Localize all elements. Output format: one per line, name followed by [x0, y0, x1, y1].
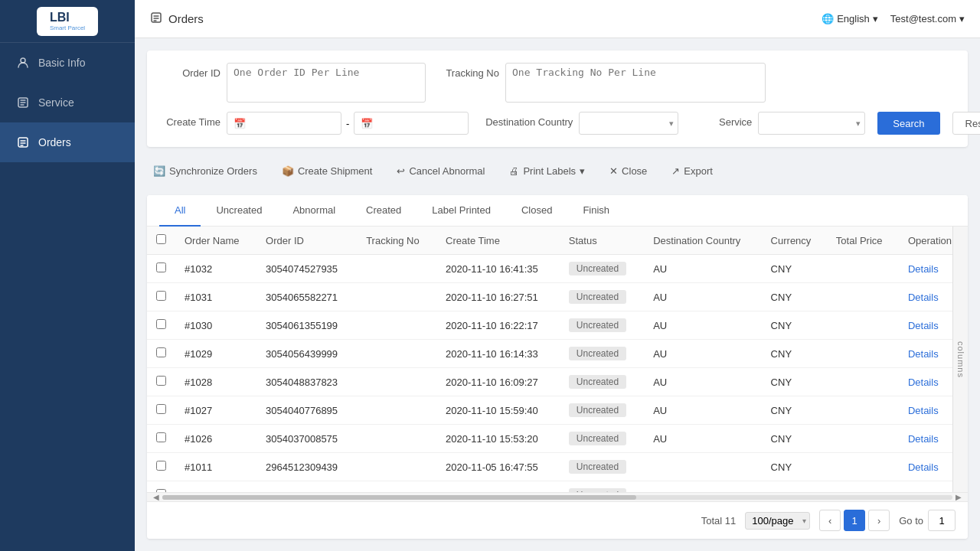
row-tracking-no: [357, 425, 436, 453]
details-link[interactable]: Details: [908, 433, 939, 445]
details-link[interactable]: Details: [908, 405, 939, 416]
row-currency: CNY: [762, 453, 827, 481]
sidebar-item-label-service: Service: [38, 96, 74, 109]
status-badge: Uncreated: [569, 432, 626, 445]
row-tracking-no: [357, 368, 436, 396]
tab-uncreated[interactable]: Uncreated: [201, 195, 277, 227]
date-from-input[interactable]: 📅: [227, 112, 341, 135]
user-label: Test@test.com: [890, 13, 956, 24]
row-checkbox-7[interactable]: [156, 461, 166, 471]
details-link[interactable]: Details: [908, 490, 939, 493]
language-icon: 🌐: [822, 13, 834, 24]
reset-button[interactable]: Reset: [952, 112, 980, 135]
details-link[interactable]: Details: [908, 292, 939, 303]
row-order-id: 3054061355199: [256, 311, 357, 340]
cancel-abnormal-button[interactable]: ↩ Cancel Abnormal: [390, 162, 491, 180]
language-selector[interactable]: 🌐 English ▾: [822, 13, 878, 24]
row-checkbox-cell: [147, 453, 175, 481]
destination-country-select[interactable]: AU US: [579, 112, 678, 135]
tab-all[interactable]: All: [159, 195, 201, 227]
row-checkbox-5[interactable]: [156, 404, 166, 414]
page-next-button[interactable]: ›: [868, 510, 890, 531]
sidebar-item-service[interactable]: Service: [0, 83, 135, 122]
row-checkbox-8[interactable]: [156, 489, 166, 492]
tab-finish[interactable]: Finish: [567, 195, 625, 227]
row-create-time: 2020-11-10 16:14:33: [436, 340, 560, 368]
row-checkbox-6[interactable]: [156, 432, 166, 442]
tracking-no-input[interactable]: [505, 63, 766, 103]
row-order-name: #1011: [175, 453, 256, 481]
row-tracking-no: [357, 255, 436, 283]
table-row: #1011 2964512309439 2020-11-05 16:47:55 …: [147, 453, 968, 481]
row-checkbox-cell: [147, 481, 175, 493]
row-destination-country: AU: [644, 425, 761, 453]
details-link[interactable]: Details: [908, 377, 939, 388]
details-link[interactable]: Details: [908, 263, 939, 275]
columns-panel-label: columns: [956, 341, 965, 378]
export-button[interactable]: ↗ Export: [665, 162, 719, 180]
page-1-button[interactable]: 1: [844, 510, 865, 531]
status-badge: Uncreated: [569, 347, 626, 360]
row-create-time: 2020-11-10 16:09:27: [436, 368, 560, 396]
row-checkbox-2[interactable]: [156, 319, 166, 329]
row-status: Uncreated: [560, 311, 644, 340]
row-checkbox-1[interactable]: [156, 291, 166, 301]
order-id-input[interactable]: [227, 63, 426, 103]
tab-closed[interactable]: Closed: [506, 195, 567, 227]
scroll-track[interactable]: [162, 495, 952, 500]
details-link[interactable]: Details: [908, 320, 939, 331]
tab-abnormal[interactable]: Abnormal: [277, 195, 351, 227]
row-total-price: [827, 453, 899, 481]
sidebar-nav: Basic Info Service Orders: [0, 43, 135, 162]
col-tracking-no: Tracking No: [357, 227, 436, 255]
header-right: 🌐 English ▾ Test@test.com ▾: [822, 13, 965, 24]
columns-panel[interactable]: columns: [952, 227, 968, 492]
row-destination-country: AU: [644, 340, 761, 368]
row-currency: CNY: [762, 311, 827, 340]
col-order-name: Order Name: [175, 227, 256, 255]
create-shipment-icon: 📦: [282, 165, 294, 177]
details-link[interactable]: Details: [908, 348, 939, 360]
row-create-time: 2020-11-10 15:53:20: [436, 425, 560, 453]
row-create-time: 2020-11-10 16:27:51: [436, 283, 560, 311]
sidebar-item-orders[interactable]: Orders: [0, 122, 135, 162]
goto-label: Go to: [899, 515, 923, 527]
row-order-name: #1026: [175, 425, 256, 453]
user-menu[interactable]: Test@test.com ▾: [890, 13, 965, 24]
language-label: English: [837, 13, 870, 24]
row-currency: CNY: [762, 340, 827, 368]
row-currency: CNY: [762, 368, 827, 396]
row-status: Uncreated: [560, 425, 644, 453]
row-checkbox-3[interactable]: [156, 347, 166, 357]
row-tracking-no: [357, 311, 436, 340]
row-currency: CNY: [762, 481, 827, 493]
date-to-input[interactable]: 📅: [354, 112, 469, 135]
row-checkbox-4[interactable]: [156, 376, 166, 386]
row-status: Uncreated: [560, 396, 644, 425]
row-create-time: 2020-11-05 16:47:55: [436, 453, 560, 481]
print-labels-button[interactable]: 🖨 Print Labels ▾: [503, 162, 591, 180]
service-select[interactable]: [758, 112, 865, 135]
search-button[interactable]: Search: [877, 112, 939, 135]
details-link[interactable]: Details: [908, 461, 939, 473]
status-badge: Uncreated: [569, 460, 626, 474]
sidebar-item-basic-info[interactable]: Basic Info: [0, 43, 135, 83]
goto-input[interactable]: [928, 510, 956, 531]
select-all-checkbox[interactable]: [156, 234, 166, 244]
row-checkbox-0[interactable]: [156, 262, 166, 272]
close-button[interactable]: ✕ Close: [603, 162, 653, 180]
page-size-select[interactable]: 100/page 50/page 20/page: [745, 512, 810, 530]
sidebar-item-label-basic-info: Basic Info: [38, 57, 85, 69]
destination-country-label: Destination Country: [481, 112, 573, 128]
row-checkbox-cell: [147, 340, 175, 368]
row-checkbox-cell: [147, 396, 175, 425]
table-row: #1031 3054065582271 2020-11-10 16:27:51 …: [147, 283, 968, 311]
create-shipment-button[interactable]: 📦 Create Shipment: [276, 162, 379, 180]
tab-label-printed[interactable]: Label Printed: [416, 195, 506, 227]
scrollbar-wrap: ◀ ▶: [147, 492, 968, 501]
synchronize-orders-button[interactable]: 🔄 Synchronize Orders: [147, 162, 263, 180]
tab-created[interactable]: Created: [351, 195, 416, 227]
row-create-time: 2020-11-10 16:22:17: [436, 311, 560, 340]
table-row: #1030 3054061355199 2020-11-10 16:22:17 …: [147, 311, 968, 340]
page-prev-button[interactable]: ‹: [819, 510, 841, 531]
